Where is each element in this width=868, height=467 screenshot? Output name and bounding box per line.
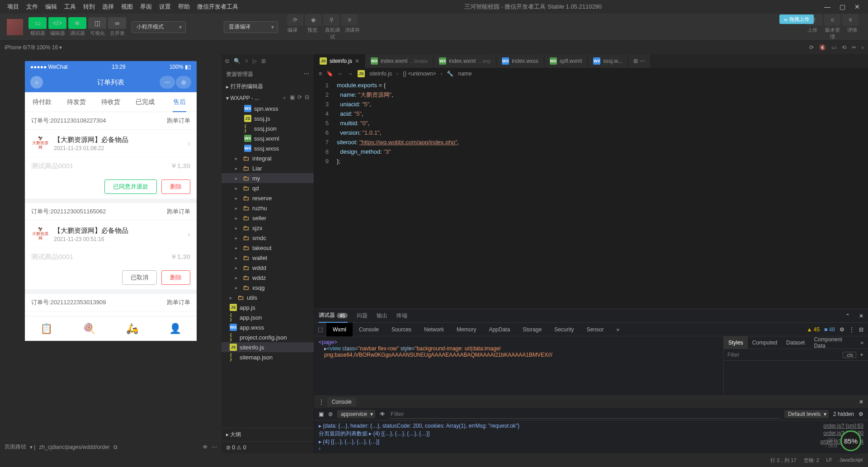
inspect-icon[interactable]: ⬚ [314,326,326,333]
editor-tab[interactable]: WXindex.wxml...\index [365,54,434,68]
log-level-select[interactable]: Default levels [784,410,829,418]
menu-选择[interactable]: 选择 [99,3,118,10]
add-style-icon[interactable]: ＋ [859,351,864,359]
tabs-overflow[interactable]: ⊞ ⋯ [628,54,651,68]
status-item[interactable]: JavaScript [840,457,863,464]
order-body[interactable]: 🦅大鹏资源网【大鹏资源网】必备物品2021-11-23 01:08:22› [25,130,197,157]
cls-toggle[interactable]: .cls [843,352,857,358]
file-item[interactable]: { }app.json [222,312,314,322]
menu-文件[interactable]: 文件 [23,3,42,10]
source-link[interactable]: order.js? [sm]:63 [823,423,863,429]
workspace-root[interactable]: ▾ WXAPP - ... ＋ ▣ ⟳ ⊟ [222,92,314,104]
compile-mode-dropdown[interactable]: 普通编译 [224,21,278,33]
editor-tab[interactable]: WXindex.wxml...\my [434,54,496,68]
dock-icon[interactable]: ⋮ [849,326,854,333]
dbg-tab[interactable]: 终端 [396,309,407,323]
dbg-tab[interactable]: 问题 [357,309,368,323]
folder-item[interactable]: ▸🗀my [222,173,314,183]
order-action-button[interactable]: 删除 [161,270,190,285]
refresh-icon[interactable]: ⟳ [809,44,814,51]
close-icon[interactable]: ✕ [854,3,860,10]
editor-tab[interactable]: WXindex.wxss [496,54,544,68]
folder-item[interactable]: ▸🗀Liar [222,163,314,173]
console-output[interactable]: ▸ {data: {…}, header: {…}, statusCode: 2… [314,420,868,453]
styles-tab[interactable]: Computed [748,336,782,349]
folder-item[interactable]: ▸🗀wddd [222,263,314,273]
outline-section[interactable]: ▸ 大纲 [222,428,314,441]
capsule-close-icon[interactable]: ◎ [176,76,191,89]
expand-icon[interactable]: › [862,44,863,51]
debug-icon[interactable]: ▷ [253,58,257,64]
upload-hint-badge[interactable]: ∞ 拖拽上传 [779,14,814,24]
editor-tab[interactable]: WXsssj.w... [588,54,628,68]
perf-badge[interactable]: 85% [840,430,861,451]
menu-工具[interactable]: 工具 [61,3,80,10]
git-icon[interactable]: ⑂ [245,58,248,64]
file-item[interactable]: JSsiteinfo.js [222,342,314,352]
visualize-toggle[interactable]: ◫ [88,17,106,29]
app-mode-dropdown[interactable]: 小程序模式 [132,21,186,33]
drawer-icon[interactable]: ⊟ [859,326,863,333]
folder-item[interactable]: ▸🗀utils [222,292,314,302]
refresh-tree-icon[interactable]: ⟳ [297,94,302,102]
file-item[interactable]: WXapp.wxss [222,322,314,332]
devtool-tab[interactable]: Network [418,323,450,336]
capsule-menu-icon[interactable]: ⋯ [160,76,175,89]
menu-编辑[interactable]: 编辑 [42,3,61,10]
console-eye-icon[interactable]: ▣ [319,411,324,417]
tabbar-candy-icon[interactable]: 🍭 [68,316,111,341]
console-clear-icon[interactable]: ⊘ [328,411,333,417]
tab-close-icon[interactable]: ✕ [355,58,359,64]
order-tab[interactable]: 待付款 [25,92,59,112]
folder-item[interactable]: ▸🗀wddz [222,273,314,283]
console-tab[interactable]: Console [327,397,356,406]
file-item[interactable]: JSsssj.js [222,113,314,123]
clear-cache-button[interactable]: ≡ [341,14,358,26]
file-item[interactable]: JSapp.js [222,302,314,312]
order-tab[interactable]: 售后 [162,92,197,112]
styles-more[interactable]: » [856,336,868,349]
tabbar-doc-icon[interactable]: 📋 [25,316,68,341]
folder-item[interactable]: ▸🗀sjzx [222,223,314,233]
devtool-tab[interactable]: Sources [385,323,418,336]
remote-debug-button[interactable]: ⚲ [323,14,340,26]
folder-item[interactable]: ▸🗀xsqg [222,283,314,292]
folder-item[interactable]: ▸🗀wallet [222,253,314,263]
compile-button[interactable]: ⟳ [287,14,303,26]
styles-tab[interactable]: Styles [724,336,748,349]
simulator-toggle[interactable]: ▭ [28,17,47,29]
devtool-tab[interactable]: Wxml [326,323,353,336]
order-tab[interactable]: 待收货 [94,92,128,112]
folder-item[interactable]: ▸🗀qd [222,183,314,193]
back-icon[interactable]: ← [338,71,343,77]
user-avatar[interactable] [7,19,23,35]
code-editor[interactable]: 123456789 module.exports = { name: "大鹏资源… [314,80,868,309]
editor-toggle[interactable]: </> [48,17,66,29]
file-item[interactable]: { }sssj.json [222,123,314,133]
preview-button[interactable]: ◉ [305,14,321,26]
menu-转到[interactable]: 转到 [80,3,99,10]
menu-视图[interactable]: 视图 [118,3,137,10]
ext-icon[interactable]: ⊞ [261,58,266,64]
menu-帮助[interactable]: 帮助 [175,3,193,10]
styles-tab[interactable]: Component Data [809,336,856,349]
folder-item[interactable]: ▸🗀ruzhu [222,203,314,213]
files-icon[interactable]: ⧉ [225,58,229,64]
device-selector[interactable]: iPhone 6/7/8 100% 16 ▾ [5,44,62,51]
menu-界面[interactable]: 界面 [137,3,156,10]
styles-filter-input[interactable] [727,352,843,358]
toolbar-icon[interactable]: ≡ [319,71,322,77]
bookmark-icon[interactable]: 🔖 [326,71,333,77]
status-item[interactable]: 行 2，列 17 [770,457,796,464]
folder-item[interactable]: ▸🗀reserve [222,193,314,203]
dbg-close-icon[interactable]: ✕ [859,313,863,319]
copy-icon[interactable]: ⧉ [113,444,118,450]
menu-设置[interactable]: 设置 [156,3,175,10]
debugger-toggle[interactable]: ≋ [68,17,86,29]
console-menu-icon[interactable]: ⋮ [319,399,324,405]
order-body[interactable]: 🦅大鹏资源网【大鹏资源网】必备物品2021-11-23 00:51:16› [25,221,197,248]
status-item[interactable]: 空格: 2 [804,457,819,464]
file-item[interactable]: { }sitemap.json [222,352,314,362]
dbg-tab[interactable]: 调试器45 [319,309,348,323]
console-gear-icon[interactable]: ⚙ [859,411,863,417]
